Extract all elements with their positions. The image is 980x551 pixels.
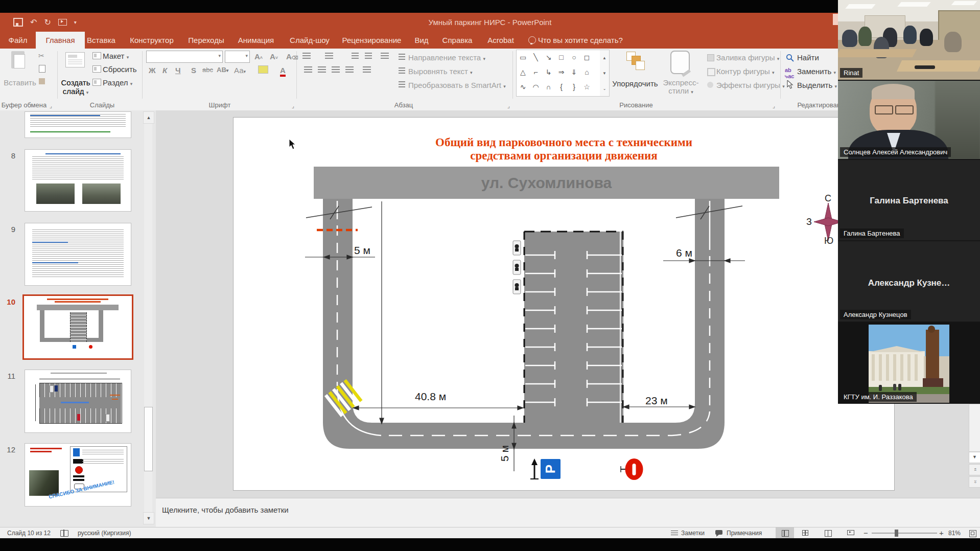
thumbnail-slide-9[interactable] xyxy=(25,223,131,286)
start-slideshow-icon[interactable] xyxy=(58,19,67,26)
video-tile-solntsev[interactable]: Солнцев Алексей Александрович xyxy=(838,81,980,159)
slide-scrollbar-track[interactable] xyxy=(969,404,980,452)
next-slide-button[interactable]: ›› xyxy=(969,476,980,488)
shape-callout-icon[interactable]: ⌂ xyxy=(580,65,593,80)
columns-icon[interactable] xyxy=(363,66,371,73)
reading-view-button[interactable] xyxy=(819,527,837,539)
new-slide-icon[interactable] xyxy=(65,52,85,67)
grow-font-button[interactable]: А˄ xyxy=(254,52,263,61)
line-spacing-icon[interactable] xyxy=(381,53,389,59)
shape-rectangle-icon[interactable]: □ xyxy=(555,50,568,65)
new-slide-button-line2[interactable]: слайд ▾ xyxy=(59,87,92,96)
clipboard-launcher-icon[interactable]: ⌟ xyxy=(50,103,52,109)
shape-oval-icon[interactable]: ○ xyxy=(568,50,580,65)
thumbnail-slide-10-selected[interactable] xyxy=(22,294,133,360)
shape-triangle-icon[interactable]: △ xyxy=(517,65,529,80)
paste-icon[interactable] xyxy=(11,51,25,68)
char-spacing-button[interactable]: АВ▾ xyxy=(217,66,228,74)
undo-icon[interactable]: ↶ xyxy=(30,18,37,27)
shapes-gallery-scroll[interactable]: ▲ ▼ ⌄ xyxy=(600,50,610,97)
save-icon[interactable] xyxy=(13,18,23,27)
replace-button[interactable]: Заменить ▾ xyxy=(797,67,836,76)
shape-elbow-icon[interactable]: ⌐ xyxy=(529,65,542,80)
thumbnail-slide-8[interactable] xyxy=(25,149,131,212)
italic-button[interactable]: К xyxy=(162,66,167,75)
paste-button[interactable]: Вставить xyxy=(2,78,38,87)
shape-textbox-icon[interactable]: ▭ xyxy=(517,50,529,65)
quick-styles-button[interactable]: Экспресс- xyxy=(662,78,700,87)
font-name-combobox[interactable]: ▾ xyxy=(146,51,223,63)
shape-down-arrow-icon[interactable]: ⇓ xyxy=(568,65,580,80)
tab-home[interactable]: Главная xyxy=(36,32,85,49)
cut-icon[interactable]: ✂ xyxy=(38,52,44,60)
customize-qat-icon[interactable]: ▾ xyxy=(74,20,77,25)
thumbnails-scroll-up-button[interactable]: ▲ xyxy=(143,111,154,124)
underline-button[interactable]: Ч xyxy=(175,66,181,75)
shape-line-icon[interactable]: ╲ xyxy=(529,50,542,65)
find-button[interactable]: Найти xyxy=(797,53,819,62)
shape-scribble-icon[interactable]: ∿ xyxy=(517,80,529,95)
align-left-icon[interactable] xyxy=(304,66,312,73)
shape-effects-button[interactable]: Эффекты фигуры ▾ xyxy=(716,81,785,89)
change-case-button[interactable]: Аа▾ xyxy=(234,66,246,75)
shape-arc-icon[interactable]: ◠ xyxy=(529,80,542,95)
increase-indent-icon[interactable] xyxy=(365,53,372,59)
copy-icon[interactable] xyxy=(39,65,45,73)
video-tile-kgtu[interactable]: КГТУ им. И. Раззакова xyxy=(838,323,980,404)
thumbnail-slide-7-partial[interactable] xyxy=(25,111,131,138)
tab-review[interactable]: Рецензирование xyxy=(337,32,406,49)
zoom-percentage[interactable]: 81% xyxy=(948,527,961,539)
section-button[interactable]: Раздел ▾ xyxy=(103,78,132,87)
align-center-icon[interactable] xyxy=(318,66,326,73)
normal-view-button[interactable] xyxy=(776,527,794,539)
font-launcher-icon[interactable]: ⌟ xyxy=(292,103,294,109)
select-button[interactable]: Выделить ▾ xyxy=(797,81,837,89)
tile-galina[interactable]: Галина Бартенева Галина Бартенева xyxy=(838,160,980,240)
previous-slide-button[interactable]: ‹‹ xyxy=(969,464,980,475)
shape-arrow-icon[interactable]: ↘ xyxy=(542,50,555,65)
fit-to-window-icon[interactable] xyxy=(969,530,976,537)
notes-placeholder[interactable]: Щелкните, чтобы добавить заметки xyxy=(162,506,289,514)
slide-counter[interactable]: Слайд 10 из 12 xyxy=(7,527,51,539)
layout-button[interactable]: Макет ▾ xyxy=(103,52,129,60)
shape-left-brace-icon[interactable]: { xyxy=(555,80,568,95)
tab-transitions[interactable]: Переходы xyxy=(185,32,227,49)
thumbnail-slide-12[interactable]: СПАСИБО ЗА ВНИМАНИЕ! xyxy=(25,443,131,507)
shapes-gallery[interactable]: ▭╲↘□○◻△⌐↳⇒⇓⌂∿◠∩{}☆ xyxy=(516,50,601,97)
shape-elbow-arrow-icon[interactable]: ↳ xyxy=(542,65,555,80)
notes-toggle[interactable]: Заметки xyxy=(681,527,705,539)
tile-alexandr[interactable]: Александр Кузне… Александр Кузнецов xyxy=(838,241,980,322)
tab-acrobat[interactable]: Acrobat xyxy=(483,32,519,49)
new-slide-button[interactable]: Создать xyxy=(59,78,92,87)
paragraph-launcher-icon[interactable]: ⌟ xyxy=(507,103,510,109)
bold-button[interactable]: Ж xyxy=(149,66,156,75)
slide-sorter-view-button[interactable] xyxy=(796,527,814,539)
thumbnails-scroll-down-button[interactable]: ▼ xyxy=(143,512,154,524)
format-painter-icon[interactable] xyxy=(39,78,45,84)
shape-curve-icon[interactable]: ∩ xyxy=(542,80,555,95)
redo-icon[interactable]: ↻ xyxy=(44,18,51,27)
bullets-icon[interactable] xyxy=(302,53,311,59)
highlight-color-button[interactable] xyxy=(258,65,268,74)
shape-right-brace-icon[interactable]: } xyxy=(568,80,580,95)
shape-fill-button[interactable]: Заливка фигуры ▾ xyxy=(716,53,779,62)
zoom-in-button[interactable]: + xyxy=(939,527,944,539)
justify-icon[interactable] xyxy=(345,66,354,73)
notes-toggle-icon[interactable] xyxy=(671,531,678,536)
tab-help[interactable]: Справка xyxy=(439,32,475,49)
notes-pane[interactable]: Щелкните, чтобы добавить заметки xyxy=(156,498,980,527)
tab-view[interactable]: Вид xyxy=(411,32,432,49)
clear-format-button[interactable]: А⌫ xyxy=(286,52,298,61)
arrange-button[interactable]: Упорядочить xyxy=(610,79,661,88)
drawing-launcher-icon[interactable]: ⌟ xyxy=(773,103,775,109)
align-text-button[interactable]: Выровнять текст ▾ xyxy=(408,67,473,76)
tab-slideshow[interactable]: Слайд-шоу xyxy=(287,32,332,49)
spellcheck-icon[interactable] xyxy=(60,530,68,537)
tab-insert[interactable]: Вставка xyxy=(85,32,118,49)
zoom-slider-thumb[interactable] xyxy=(895,530,898,537)
decrease-indent-icon[interactable] xyxy=(352,53,359,59)
video-tile-rinat[interactable]: Rinat xyxy=(838,0,980,80)
text-direction-button[interactable]: Направление текста ▾ xyxy=(408,53,485,62)
tab-file[interactable]: Файл xyxy=(4,32,32,49)
shadow-button[interactable]: S xyxy=(191,66,196,75)
